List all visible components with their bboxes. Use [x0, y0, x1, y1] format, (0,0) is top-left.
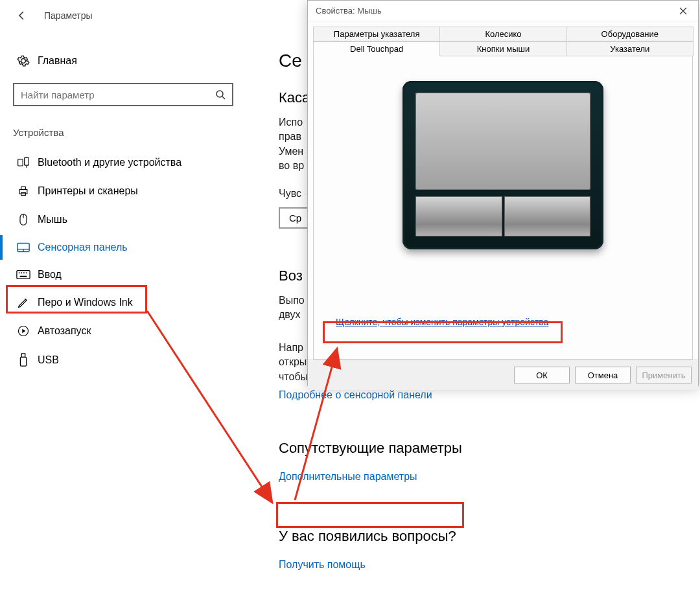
back-button[interactable]: [12, 5, 32, 26]
search-field[interactable]: [21, 89, 215, 100]
tab-dell-touchpad[interactable]: Dell Touchpad: [313, 41, 440, 56]
sidebar: Главная Устройства Bluetooth и другие ус…: [0, 31, 259, 616]
svg-rect-3: [25, 158, 29, 166]
sidebar-item-label: Мышь: [38, 214, 67, 225]
ok-button[interactable]: ОК: [514, 367, 570, 383]
sidebar-item-label: Bluetooth и другие устройства: [38, 157, 181, 168]
svg-rect-2: [18, 159, 23, 166]
search-input[interactable]: [13, 83, 233, 106]
keyboard-icon: [13, 269, 34, 280]
mouse-properties-dialog: Свойства: Мышь Параметры указателя Колес…: [307, 0, 699, 386]
dialog-title: Свойства: Мышь: [316, 6, 668, 16]
section-title: Устройства: [0, 120, 259, 148]
sidebar-item-label: Перо и Windows Ink: [38, 297, 133, 308]
change-device-settings-link[interactable]: Щелкните, чтобы изменить параметры устро…: [333, 315, 551, 328]
home-button[interactable]: Главная: [0, 51, 259, 71]
svg-point-4: [26, 166, 27, 168]
svg-rect-22: [20, 357, 26, 366]
tab-mouse-buttons[interactable]: Кнопки мыши: [439, 41, 566, 56]
sidebar-item-label: USB: [38, 354, 59, 366]
close-icon: [679, 7, 687, 15]
dialog-titlebar[interactable]: Свойства: Мышь: [308, 1, 698, 21]
svg-point-0: [216, 91, 223, 97]
touchpad-image: [402, 81, 603, 262]
bluetooth-devices-icon: [13, 156, 34, 169]
sidebar-item-printers[interactable]: Принтеры и сканеры: [0, 177, 259, 205]
tab-pointers[interactable]: Указатели: [566, 41, 694, 56]
tab-pointer-options[interactable]: Параметры указателя: [313, 27, 440, 41]
sidebar-item-label: Автозапуск: [38, 325, 91, 337]
svg-rect-13: [17, 271, 30, 279]
sidebar-item-usb[interactable]: USB: [0, 345, 259, 375]
sidebar-item-bluetooth[interactable]: Bluetooth и другие устройства: [0, 148, 259, 177]
autoplay-icon: [13, 325, 34, 337]
sidebar-item-touchpad[interactable]: Сенсорная панель: [0, 234, 259, 261]
sidebar-item-autoplay[interactable]: Автозапуск: [0, 317, 259, 345]
tab-wheel[interactable]: Колесико: [439, 27, 566, 41]
more-touchpad-link[interactable]: Подробнее о сенсорной панели: [279, 389, 432, 401]
additional-params-link[interactable]: Дополнительные параметры: [279, 471, 417, 483]
home-label: Главная: [38, 55, 77, 67]
sidebar-item-pen[interactable]: Перо и Windows Ink: [0, 288, 259, 317]
dialog-button-row: ОК Отмена Применить: [308, 359, 698, 390]
gear-icon: [13, 54, 34, 67]
sidebar-item-label: Сенсорная панель: [38, 242, 128, 253]
dropdown-value: Ср: [289, 212, 301, 223]
dialog-close-button[interactable]: [668, 1, 698, 21]
touchpad-icon: [13, 242, 34, 253]
pen-icon: [13, 296, 34, 309]
svg-marker-20: [22, 329, 25, 334]
svg-rect-21: [21, 354, 25, 358]
mouse-icon: [13, 213, 34, 226]
svg-rect-6: [21, 187, 26, 189]
tab-panel: Щелкните, чтобы изменить параметры устро…: [313, 56, 693, 359]
arrow-left-icon: [17, 10, 27, 21]
svg-line-1: [222, 97, 225, 99]
tab-hardware[interactable]: Оборудование: [566, 27, 694, 41]
get-help-link[interactable]: Получить помощь: [279, 559, 366, 571]
apply-button[interactable]: Применить: [636, 367, 692, 383]
section-help: У вас появились вопросы?: [279, 528, 681, 545]
printer-icon: [13, 185, 34, 198]
svg-rect-5: [19, 190, 27, 194]
search-icon: [215, 89, 226, 100]
sidebar-item-label: Принтеры и сканеры: [38, 185, 138, 197]
sidebar-item-label: Ввод: [38, 269, 62, 280]
usb-icon: [13, 353, 34, 367]
header-title: Параметры: [44, 10, 93, 21]
sidebar-item-mouse[interactable]: Мышь: [0, 205, 259, 234]
sidebar-item-typing[interactable]: Ввод: [0, 261, 259, 288]
cancel-button[interactable]: Отмена: [575, 367, 631, 383]
section-related: Сопутствующие параметры: [279, 440, 681, 457]
